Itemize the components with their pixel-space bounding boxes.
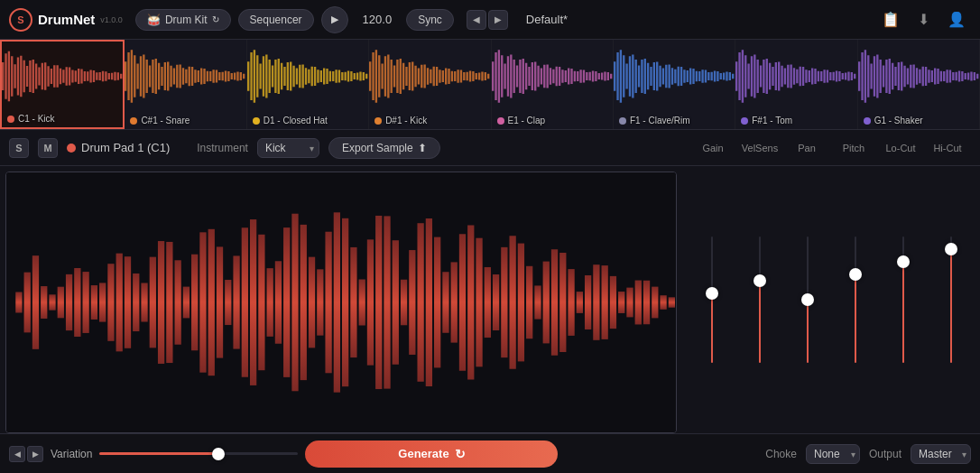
solo-button[interactable]: S (9, 138, 29, 158)
drum-icon: 🥁 (147, 14, 161, 26)
slider-hicut-track[interactable] (950, 236, 952, 363)
pad-label-2: D1 - Closed Hat (253, 116, 328, 125)
pad-label-6: F#1 - Tom (741, 116, 792, 125)
pad-label-5: F1 - Clave/Rim (619, 116, 690, 125)
next-arrow[interactable]: ▶ (488, 10, 508, 30)
slider-pitch-track[interactable] (855, 236, 856, 363)
pad-label-4: E1 - Clap (497, 116, 546, 125)
output-label: Output (869, 448, 901, 460)
user-button[interactable]: 👤 (942, 7, 971, 32)
pad-dot (497, 117, 504, 125)
output-select[interactable]: MasterBus 1Bus 2 (911, 444, 971, 464)
param-label-lo-cut: Lo-Cut (877, 143, 924, 153)
refresh-icon: ↻ (212, 14, 219, 24)
slider-gain-track[interactable] (711, 236, 713, 363)
logo-area: S DrumNet v1.0.0 (9, 8, 123, 32)
pad-label-7: G1 - Shaker (864, 116, 923, 125)
pad-waveform-5 (614, 40, 735, 113)
active-indicator (67, 144, 76, 153)
slider-locut-thumb[interactable] (897, 255, 910, 268)
slider-hicut-fill (950, 249, 952, 363)
top-bar: S DrumNet v1.0.0 🥁 Drum Kit ↻ Sequencer … (0, 0, 980, 40)
pad-cell-F1[interactable]: F1 - Clave/Rim (614, 40, 735, 129)
preset-name: Default* (515, 13, 869, 26)
play-button[interactable]: ▶ (321, 6, 348, 33)
instrument-select[interactable]: Kick Snare Hi-Hat (257, 138, 319, 158)
param-label-hi-cut: Hi-Cut (924, 143, 971, 153)
params-labels: GainVelSensPanPitchLo-CutHi-Cut (689, 143, 971, 153)
sliders-row (688, 170, 975, 430)
pad-waveform-2 (247, 40, 368, 113)
slider-locut-track[interactable] (902, 236, 904, 363)
slider-velsens-thumb[interactable] (753, 274, 766, 287)
pad-waveform-4 (492, 40, 613, 113)
slider-col-gain (688, 170, 735, 430)
generate-button[interactable]: Generate ↻ (305, 441, 558, 468)
download-button[interactable]: ⬇ (912, 7, 935, 32)
variation-prev[interactable]: ◀ (9, 446, 25, 462)
variation-thumb (212, 448, 225, 460)
pad-cell-E1[interactable]: E1 - Clap (492, 40, 614, 129)
pad-cell-Csharp1[interactable]: C#1 - Snare (125, 40, 246, 129)
pad-waveform-1 (125, 40, 245, 113)
slider-velsens-track[interactable] (759, 236, 761, 363)
slider-hicut-thumb[interactable] (945, 243, 957, 255)
slider-col-velsens (735, 170, 783, 430)
instrument-row: S M Drum Pad 1 (C1) Instrument Kick Snar… (0, 130, 980, 166)
pad-label-0: C1 - Kick (7, 114, 55, 124)
pad-cell-Dsharp1[interactable]: D#1 - Kick (369, 40, 491, 129)
slider-col-hicut (927, 170, 975, 430)
pad-dot (741, 117, 748, 125)
bpm-display: 120.0 (356, 13, 400, 26)
slider-hicut-wrapper (927, 170, 975, 430)
pad-cell-C1[interactable]: C1 - Kick (0, 40, 125, 129)
drum-kit-button[interactable]: 🥁 Drum Kit ↻ (135, 9, 231, 31)
choke-select[interactable]: None1234 (806, 444, 860, 464)
slider-pitch-fill (855, 274, 856, 363)
param-label-gain: Gain (689, 143, 736, 153)
export-icon: ⬆ (418, 142, 427, 154)
choke-output-area: Choke None1234 Output MasterBus 1Bus 2 (765, 444, 971, 464)
notes-button[interactable]: 📋 (876, 7, 905, 32)
slider-pan-thumb[interactable] (801, 293, 814, 306)
slider-pitch-thumb[interactable] (849, 268, 862, 281)
mute-button[interactable]: M (38, 138, 58, 158)
pad-dot (864, 117, 871, 125)
slider-gain-thumb[interactable] (706, 287, 718, 300)
prev-arrow[interactable]: ◀ (467, 10, 486, 30)
variation-next[interactable]: ▶ (27, 446, 43, 462)
pad-strip: C1 - KickC#1 - SnareD1 - Closed HatD#1 -… (0, 40, 980, 130)
param-label-pan: Pan (783, 143, 830, 153)
pad-waveform-7 (858, 40, 979, 113)
slider-pan-fill (807, 300, 809, 363)
sequencer-button[interactable]: Sequencer (238, 9, 314, 31)
slider-velsens-wrapper (735, 170, 783, 430)
instrument-select-wrapper: Kick Snare Hi-Hat (257, 138, 319, 158)
drum-pad-label: Drum Pad 1 (C1) (67, 141, 170, 154)
pad-waveform-0 (2, 42, 123, 111)
slider-gain-wrapper (688, 170, 735, 430)
pad-cell-D1[interactable]: D1 - Closed Hat (247, 40, 369, 129)
main-area (0, 166, 980, 433)
variation-slider[interactable] (99, 452, 298, 455)
slider-locut-wrapper (879, 170, 927, 430)
slider-velsens-fill (759, 281, 761, 363)
slider-pan-wrapper (783, 170, 831, 430)
export-sample-button[interactable]: Export Sample ⬆ (328, 137, 440, 159)
generate-icon: ↻ (455, 447, 466, 461)
pad-dot (130, 117, 137, 125)
pad-cell-G1[interactable]: G1 - Shaker (858, 40, 980, 129)
instrument-label-text: Instrument (197, 142, 248, 154)
param-label-pitch: Pitch (830, 143, 877, 153)
waveform-section (0, 166, 682, 433)
sync-button[interactable]: Sync (406, 9, 454, 31)
slider-pan-track[interactable] (807, 236, 809, 363)
slider-gain-fill (711, 293, 713, 363)
variation-label: Variation (51, 448, 92, 460)
app-version: v1.0.0 (100, 15, 123, 24)
pad-label-1: C#1 - Snare (130, 116, 190, 125)
pad-cell-Fsharp1[interactable]: F#1 - Tom (735, 40, 857, 129)
variation-slider-wrapper (99, 452, 298, 455)
waveform-container (5, 172, 677, 433)
slider-pitch-wrapper (831, 170, 879, 430)
